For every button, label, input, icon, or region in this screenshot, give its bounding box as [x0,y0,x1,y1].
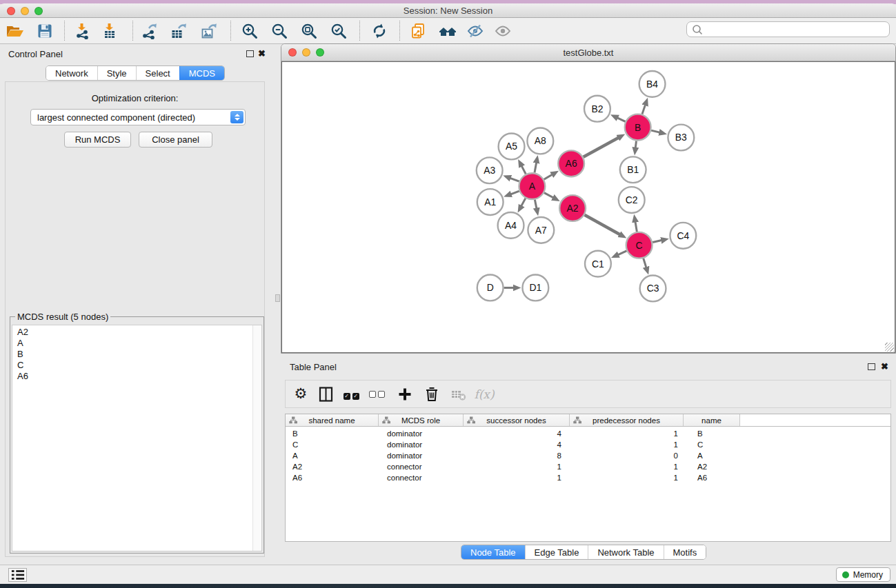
column-header[interactable]: MCDS role [379,414,464,426]
table-cell[interactable]: 1 [570,461,684,472]
graph-node[interactable]: A1 [477,189,504,215]
tab-network[interactable]: Network [46,66,97,80]
graph-edge[interactable] [521,166,526,174]
splitter-grip[interactable] [275,294,280,302]
float-panel-icon[interactable] [246,50,254,57]
tab-node-table[interactable]: Node Table [461,545,525,559]
search-field[interactable] [686,21,890,37]
close-panel-button[interactable]: Close panel [139,132,212,148]
function-builder-button[interactable]: f(x) [470,381,498,407]
graph-edge[interactable] [584,138,619,157]
graph-node[interactable]: A7 [528,217,554,243]
table-cell[interactable]: 1 [570,439,684,450]
graph-node[interactable]: A6 [558,150,584,176]
graph-edge[interactable] [651,130,659,132]
select-all-columns-button[interactable]: ✓✓ [341,381,361,407]
graph-edge[interactable] [521,199,526,206]
zoom-out-button[interactable] [267,19,292,43]
column-browser-button[interactable] [316,381,337,407]
table-cell[interactable]: 8 [464,450,570,461]
column-header[interactable]: predecessor nodes [570,414,684,426]
table-cell[interactable]: A6 [286,472,379,483]
tab-motifs[interactable]: Motifs [664,545,706,559]
graph-edge[interactable] [585,215,620,235]
result-item[interactable]: C [17,360,261,371]
main-titlebar[interactable]: Session: New Session [0,3,896,18]
table-row[interactable]: A2connector11A2 [286,461,890,472]
graph-edge[interactable] [635,141,636,148]
zoom-fit-button[interactable] [297,19,321,43]
graph-node[interactable]: B [625,114,651,141]
network-window-titlebar[interactable]: testGlobe.txt [281,44,895,61]
hide-selected-button[interactable] [463,19,488,43]
table-cell[interactable]: B [684,428,740,439]
import-network-button[interactable] [70,19,94,43]
graph-edge[interactable] [535,163,537,173]
dropdown-stepper-icon[interactable] [230,111,243,123]
clone-network-button[interactable] [406,19,430,43]
graph-edge[interactable] [544,174,552,179]
table-cell[interactable]: connector [379,461,464,472]
graph-edge[interactable] [510,191,519,194]
graph-node[interactable]: B2 [584,96,610,122]
result-scrollbar[interactable] [252,325,261,551]
table-cell[interactable]: dominator [379,428,464,439]
graph-edge[interactable] [618,251,627,255]
show-all-button[interactable] [435,19,460,43]
table-row[interactable]: Adominator80A [286,450,890,461]
table-cell[interactable]: 0 [570,450,684,461]
result-item[interactable]: B [17,349,261,360]
graph-node[interactable]: D [477,275,504,301]
tab-edge-table[interactable]: Edge Table [525,545,588,559]
table-cell[interactable]: A [684,450,740,461]
table-cell[interactable]: dominator [379,450,464,461]
table-cell[interactable]: 1 [464,461,570,472]
graph-edge[interactable] [644,258,646,267]
result-item[interactable]: A6 [17,371,261,382]
deselect-all-columns-button[interactable] [366,381,387,407]
table-cell[interactable]: B [286,428,379,439]
column-header[interactable]: name [684,414,740,426]
graph-edge[interactable] [635,222,637,232]
graph-node[interactable]: A5 [499,134,525,160]
table-cell[interactable]: A6 [684,472,740,483]
result-item[interactable]: A [17,338,261,349]
zoom-selected-button[interactable] [326,19,351,43]
table-cell[interactable]: 4 [464,439,570,450]
table-cell[interactable]: 4 [464,428,570,439]
result-item[interactable]: A2 [17,327,261,338]
graph-node[interactable]: B1 [620,156,646,183]
delete-table-button[interactable] [448,381,469,407]
table-cell[interactable]: A [286,450,379,461]
export-network-button[interactable] [137,19,161,43]
show-hidden-button[interactable] [490,19,515,43]
graph-edge[interactable] [510,178,519,181]
graph-edge[interactable] [653,241,661,243]
tab-style[interactable]: Style [97,66,136,80]
table-row[interactable]: Bdominator41B [286,428,890,439]
graph-edge[interactable] [642,105,646,114]
graph-node[interactable]: A3 [477,157,503,183]
table-cell[interactable]: A2 [286,461,379,472]
zoom-in-button[interactable] [237,19,262,43]
search-input[interactable] [704,22,889,37]
close-table-panel-icon[interactable]: ✖ [881,362,888,371]
column-header[interactable]: shared name [286,414,379,426]
table-settings-button[interactable]: ⚙ [290,381,311,407]
tab-mcds[interactable]: MCDS [179,66,224,80]
table-row[interactable]: Cdominator41C [286,439,890,450]
graph-node[interactable]: D1 [522,275,548,301]
graph-node[interactable]: C2 [619,187,645,213]
tab-select[interactable]: Select [136,66,179,80]
resize-grip-icon[interactable] [885,343,894,352]
save-session-button[interactable] [32,19,57,43]
memory-button[interactable]: Memory [836,567,890,582]
table-cell[interactable]: 1 [464,472,570,483]
network-graph[interactable]: B4B2BB3A8A5A6B1A3AC2A1A2A4A7C4CC1C3DD1 [282,62,895,353]
table-cell[interactable]: dominator [379,439,464,450]
table-cell[interactable]: 1 [570,472,684,483]
graph-node[interactable]: A8 [527,128,553,154]
import-table-button[interactable] [97,19,122,43]
graph-node[interactable]: C [626,232,653,258]
add-column-button[interactable] [395,381,415,407]
